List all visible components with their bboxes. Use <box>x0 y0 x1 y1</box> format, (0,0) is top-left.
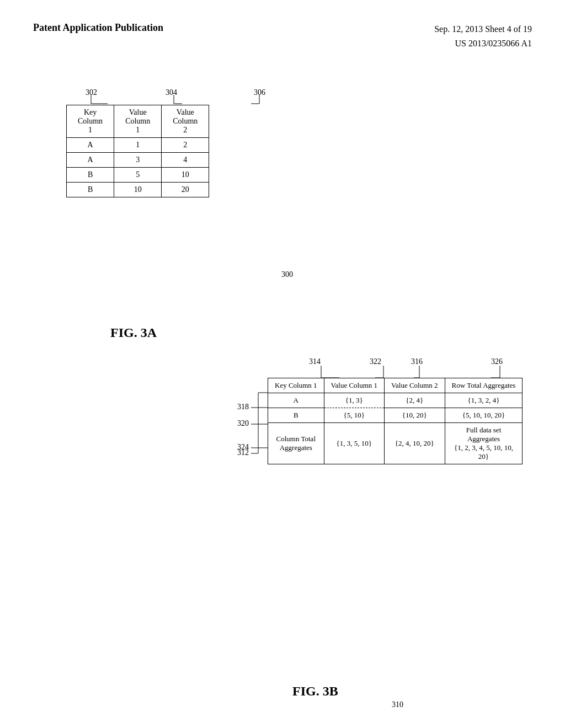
ref-310: 310 <box>392 700 403 709</box>
table-row: A 1 2 <box>67 138 209 153</box>
fig3b-row-b-vc1: {5, 10} <box>324 408 385 423</box>
svg-text:316: 316 <box>411 357 423 366</box>
fig3b-row-a-key: A <box>268 393 324 408</box>
fig3b-label: FIG. 3B <box>292 684 338 699</box>
fig3b-col3-header: Value Column 2 <box>385 378 445 393</box>
publication-title: Patent Application Publication <box>33 22 163 34</box>
ref-306: 306 <box>254 88 265 97</box>
fig3a-col2-header: Value Column 1 <box>114 105 162 138</box>
svg-text:322: 322 <box>370 357 381 366</box>
publication-date-sheet: Sep. 12, 2013 Sheet 4 of 19 <box>434 22 532 36</box>
fig3b-row-b: B {5, 10} {10, 20} {5, 10, 10, 20} <box>268 408 523 423</box>
fig3b-row-a-vc2: {2, 4} <box>385 393 445 408</box>
fig3b-col1-header: Key Column 1 <box>268 378 324 393</box>
fig3b-row-b-key: B <box>268 408 324 423</box>
svg-text:312: 312 <box>237 448 249 457</box>
fig3b-row-b-vc2: {10, 20} <box>385 408 445 423</box>
page-header: Patent Application Publication Sep. 12, … <box>33 22 532 50</box>
fig3b-row-a-rta: {1, 3, 2, 4} <box>445 393 523 408</box>
fig3b-col4-header: Row Total Aggregates <box>445 378 523 393</box>
fig3b-row-agg-vc1: {1, 3, 5, 10} <box>324 423 385 464</box>
fig3a-table: Key Column 1 Value Column 1 Value Column… <box>66 105 209 197</box>
table-row: B 5 10 <box>67 168 209 183</box>
fig3a-col1-header: Key Column 1 <box>67 105 114 138</box>
fig3b-row-agg-key: Column Total Aggregates <box>268 423 324 464</box>
fig3b-row-agg-vc2: {2, 4, 10, 20} <box>385 423 445 464</box>
fig3a-col3-header: Value Column 2 <box>162 105 209 138</box>
fig3b-row-agg-rta: Full data set Aggregates {1, 2, 3, 4, 5,… <box>445 423 523 464</box>
table-row: B 10 20 <box>67 183 209 197</box>
fig3b-table: Key Column 1 Value Column 1 Value Column… <box>268 378 523 464</box>
fig3b-row-agg: Column Total Aggregates {1, 3, 5, 10} {2… <box>268 423 523 464</box>
svg-text:318: 318 <box>237 403 249 411</box>
publication-number: US 2013/0235066 A1 <box>434 36 532 51</box>
svg-text:320: 320 <box>237 419 249 427</box>
ref-302: 302 <box>86 88 97 97</box>
svg-text:324: 324 <box>237 443 249 451</box>
svg-text:314: 314 <box>309 357 321 366</box>
table-row: A 3 4 <box>67 153 209 168</box>
fig3b-row-a-vc1: {1, 3} <box>324 393 385 408</box>
fig3b-row-b-rta: {5, 10, 10, 20} <box>445 408 523 423</box>
svg-text:326: 326 <box>491 357 503 366</box>
ref-300: 300 <box>281 270 293 279</box>
fig3b-row-a: A {1, 3} {2, 4} {1, 3, 2, 4} <box>268 393 523 408</box>
ref-304: 304 <box>166 88 177 97</box>
fig3a-label: FIG. 3A <box>110 325 157 340</box>
publication-meta: Sep. 12, 2013 Sheet 4 of 19 US 2013/0235… <box>434 22 532 50</box>
fig3b-col2-header: Value Column 1 <box>324 378 385 393</box>
